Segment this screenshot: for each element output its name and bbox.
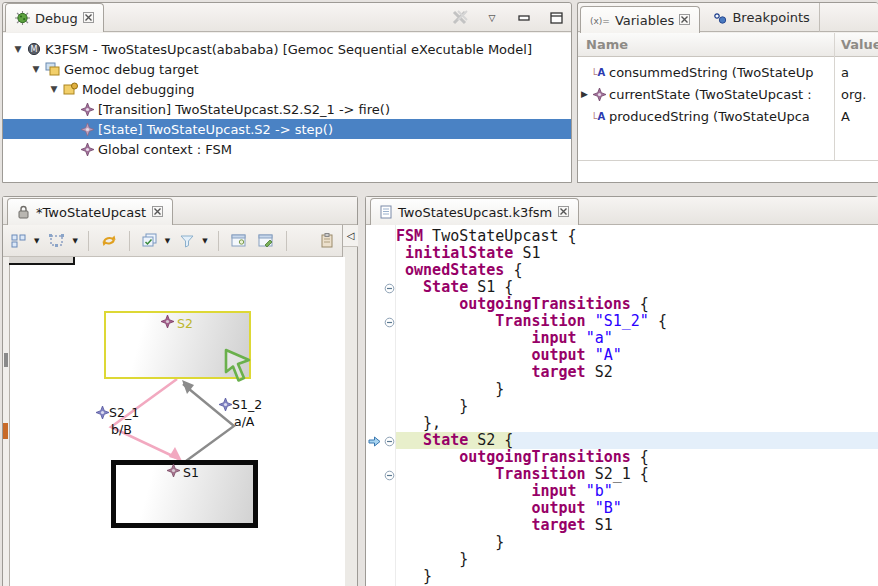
diamond-icon: [81, 103, 94, 116]
code-line[interactable]: },: [396, 415, 878, 432]
close-icon[interactable]: [679, 13, 690, 28]
thread-icon: [63, 82, 78, 96]
debug-tree: ▼MK3FSM - TwoStatesUpcast(abababa) [Gemo…: [3, 33, 571, 182]
transition-label-s2_1[interactable]: S2_1 b/B: [96, 405, 139, 437]
filters-icon[interactable]: [177, 230, 197, 252]
tree-item-label: K3FSM - TwoStatesUpcast(abababa) [Gemoc …: [45, 42, 532, 57]
fold-collapse-icon[interactable]: [384, 469, 395, 484]
code-line[interactable]: ownedStates {: [396, 262, 878, 279]
tab-label: TwoStatesUpcast.k3fsm: [398, 205, 552, 220]
close-icon[interactable]: [558, 205, 569, 220]
expand-arrow-icon[interactable]: ▼: [31, 64, 41, 74]
code-line[interactable]: }: [396, 534, 878, 551]
chevron-down-icon[interactable]: ▼: [34, 237, 39, 245]
variable-row[interactable]: LAproducedString (TwoStateUpcaA: [578, 105, 878, 127]
variable-row[interactable]: ▶currentState (TwoStateUpcast :org.: [578, 83, 878, 105]
close-icon[interactable]: [83, 11, 94, 26]
collapse-palette-icon[interactable]: ◁: [343, 225, 358, 247]
code-line[interactable]: }: [396, 398, 878, 415]
debug-tree-row[interactable]: Global context : FSM: [3, 139, 571, 159]
detail-pane-divider[interactable]: [578, 160, 878, 161]
tab-variables[interactable]: (x)= Variables: [580, 6, 700, 35]
edit-mode-icon[interactable]: [256, 230, 276, 252]
chevron-down-icon[interactable]: ▼: [72, 237, 77, 245]
code-line[interactable]: outgoingTransitions {: [396, 296, 878, 313]
code-line[interactable]: Transition "S1_2" {: [396, 313, 878, 330]
selection-mode-icon[interactable]: [46, 230, 67, 252]
breakpoints-icon: [713, 12, 727, 24]
eclipse-workbench: Debug ▽ ▼MK3FSM - TwoStatesUpcast(ababab…: [0, 0, 878, 586]
tab-label: Breakpoints: [732, 10, 809, 25]
diagram-canvas[interactable]: S2 S2_1 b/B S1_2 a/A S1: [3, 257, 345, 586]
arrange-all-icon[interactable]: [9, 230, 29, 252]
minimize-icon[interactable]: [515, 9, 533, 27]
tab-code-editor[interactable]: TwoStatesUpcast.k3fsm: [370, 198, 579, 225]
state-label-s2[interactable]: S2: [161, 315, 193, 331]
code-line-current[interactable]: State S2 {: [396, 432, 878, 449]
code-line[interactable]: State S1 {: [396, 279, 878, 296]
fold-collapse-icon[interactable]: [384, 316, 395, 331]
refresh-icon[interactable]: [99, 230, 119, 252]
code-line[interactable]: }: [396, 551, 878, 568]
diamond-icon: [167, 464, 180, 480]
tab-diagram-editor[interactable]: *TwoStateUpcast: [7, 198, 173, 225]
code-line[interactable]: target S1: [396, 517, 878, 534]
tab-debug[interactable]: Debug: [5, 3, 104, 32]
debug-tree-row[interactable]: ▼MK3FSM - TwoStatesUpcast(abababa) [Gemo…: [3, 39, 571, 59]
layers-icon[interactable]: [140, 230, 160, 252]
debug-tree-row[interactable]: [Transition] TwoStateUpcast.S2.S2_1 -> f…: [3, 99, 571, 119]
column-value[interactable]: Value: [841, 33, 878, 57]
code-line[interactable]: FSM TwoStateUpcast {: [396, 228, 878, 245]
fold-collapse-icon[interactable]: [384, 435, 395, 450]
code-line[interactable]: initialState S1: [396, 245, 878, 262]
code-line[interactable]: input "a": [396, 330, 878, 347]
clipboard-icon[interactable]: [319, 230, 335, 252]
variables-view-panel: (x)= Variables Breakpoints Name Value LA…: [577, 2, 878, 183]
expand-arrow-icon[interactable]: ▶: [581, 89, 588, 99]
launch-config-icon: M: [27, 42, 41, 56]
state-label-s1[interactable]: S1: [167, 464, 199, 480]
variable-name: producedString (TwoStateUpca: [609, 109, 833, 124]
code-line[interactable]: output "B": [396, 500, 878, 517]
tab-label: Debug: [35, 11, 78, 26]
annotation-ruler[interactable]: [366, 225, 384, 586]
variables-tabbar: (x)= Variables Breakpoints: [578, 3, 878, 32]
variables-table: Name Value LAconsummedString (TwoStateUp…: [578, 33, 878, 182]
folding-ruler[interactable]: [384, 225, 396, 586]
transition-label-s1_2[interactable]: S1_2 a/A: [219, 397, 262, 429]
debug-tree-row[interactable]: ▼Model debugging: [3, 79, 571, 99]
local-variable-icon: LA: [593, 111, 605, 122]
code-line[interactable]: }: [396, 568, 878, 585]
chevron-down-icon[interactable]: ▼: [202, 237, 207, 245]
debug-tree-row[interactable]: ▼Gemoc debug target: [3, 59, 571, 79]
code-line[interactable]: outgoingTransitions {: [396, 449, 878, 466]
debug-bug-icon: [15, 11, 30, 25]
code-line[interactable]: }: [396, 381, 878, 398]
maximize-icon[interactable]: [547, 9, 565, 27]
view-menu-icon[interactable]: ▽: [483, 9, 501, 27]
expand-arrow-icon[interactable]: ▼: [49, 84, 59, 94]
column-name[interactable]: Name: [586, 33, 628, 57]
code-line[interactable]: input "b": [396, 483, 878, 500]
diamond-icon: [593, 88, 606, 101]
diamond-icon: [96, 407, 109, 422]
remove-all-terminated-icon[interactable]: [451, 9, 469, 27]
variable-row[interactable]: LAconsummedString (TwoStateUpa: [578, 61, 878, 83]
code-line[interactable]: output "A": [396, 347, 878, 364]
close-icon[interactable]: [152, 205, 163, 220]
execution-cursor-icon: [221, 347, 253, 388]
fold-collapse-icon[interactable]: [384, 282, 395, 297]
show-properties-icon[interactable]: [229, 230, 249, 252]
instruction-pointer-icon: [368, 435, 381, 450]
variable-name: consummedString (TwoStateUp: [609, 65, 833, 80]
variable-value: org.: [841, 87, 866, 102]
tree-item-label: Model debugging: [82, 82, 195, 97]
code-area[interactable]: FSM TwoStateUpcast { initialState S1 own…: [366, 225, 878, 586]
diamond-icon: [81, 143, 94, 156]
debug-tree-row[interactable]: [State] TwoStateUpcast.S2 -> step(): [3, 119, 571, 139]
chevron-down-icon[interactable]: ▼: [165, 237, 170, 245]
code-line[interactable]: target S2: [396, 364, 878, 381]
expand-arrow-icon[interactable]: ▼: [13, 44, 23, 54]
code-line[interactable]: Transition S2_1 {: [396, 466, 878, 483]
tab-breakpoints[interactable]: Breakpoints: [704, 3, 819, 32]
